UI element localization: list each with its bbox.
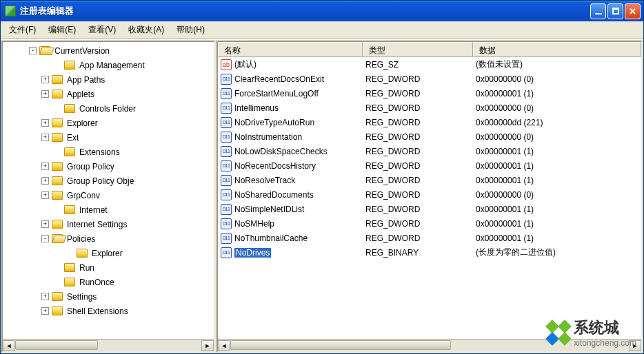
value-data: 0x00000001 (1): [473, 175, 641, 186]
value-type: REG_DWORD: [363, 204, 473, 215]
collapse-icon[interactable]: -: [41, 235, 49, 242]
value-row[interactable]: 011NoDriveTypeAutoRunREG_DWORD0x000000dd…: [218, 115, 641, 129]
col-header-data[interactable]: 数据: [473, 42, 641, 56]
value-row[interactable]: 011NoLowDiskSpaceChecksREG_DWORD0x000000…: [218, 144, 641, 158]
cell-name: 011Intellimenus: [218, 102, 363, 114]
value-type: REG_DWORD: [363, 218, 473, 229]
value-name: NoRecentDocsHistory: [234, 161, 316, 171]
values-hscrollbar[interactable]: ◄ ►: [218, 339, 641, 351]
folder-icon: [52, 75, 63, 84]
tree-item[interactable]: -CurrentVersion: [3, 43, 215, 58]
expand-icon[interactable]: +: [41, 220, 49, 228]
tree-item-label: Settings: [66, 291, 98, 302]
tree-hscrollbar[interactable]: ◄ ►: [3, 339, 214, 351]
menu-file[interactable]: 文件(F): [6, 23, 39, 37]
value-row[interactable]: 011ForceStartMenuLogOffREG_DWORD0x000000…: [218, 86, 641, 101]
tree-item[interactable]: Controls Folder: [3, 101, 215, 116]
value-data: 0x00000001 (1): [473, 218, 641, 229]
value-type: REG_DWORD: [363, 175, 473, 186]
tree-item[interactable]: Internet: [3, 202, 215, 217]
tree-item[interactable]: +Explorer: [3, 116, 215, 130]
value-row[interactable]: 011NoInstrumentationREG_DWORD0x00000000 …: [218, 129, 641, 144]
menu-edit[interactable]: 编辑(E): [46, 23, 79, 37]
menu-view[interactable]: 查看(V): [85, 23, 119, 37]
titlebar[interactable]: 注册表编辑器 ✕: [1, 1, 643, 21]
expand-icon[interactable]: +: [41, 134, 49, 141]
collapse-icon[interactable]: -: [29, 47, 37, 54]
tree-item-label: Internet Settings: [66, 219, 128, 230]
binary-value-icon: 011: [221, 189, 232, 200]
tree-item[interactable]: +Group Policy Obje: [3, 174, 215, 188]
minimize-icon: [595, 13, 602, 14]
tree-item-label: Applets: [66, 89, 96, 100]
value-row[interactable]: 011NoResolveTrackREG_DWORD0x00000001 (1): [218, 173, 641, 187]
cell-name: 011NoSimpleNetIDList: [218, 203, 363, 216]
values-list[interactable]: ab(默认)REG_SZ(数值未设置)011ClearRecentDocsOnE…: [218, 57, 641, 339]
tree-item-label: Shell Extensions: [66, 306, 130, 317]
value-data: 0x00000001 (1): [473, 233, 641, 244]
scroll-left-button[interactable]: ◄: [3, 340, 15, 351]
menu-favorites[interactable]: 收藏夹(A): [125, 23, 167, 37]
tree-item[interactable]: +App Paths: [3, 72, 215, 87]
value-row[interactable]: 011NoSMHelpREG_DWORD0x00000001 (1): [218, 216, 641, 231]
value-row[interactable]: 011NoSharedDocumentsREG_DWORD0x00000000 …: [218, 187, 641, 202]
tree-item[interactable]: +Applets: [3, 87, 215, 101]
tree-item[interactable]: Extensions: [3, 145, 215, 159]
value-data: 0x00000000 (0): [473, 189, 641, 200]
maximize-icon: [612, 8, 619, 14]
maximize-button[interactable]: [607, 3, 623, 19]
tree-item[interactable]: +Group Policy: [3, 159, 215, 174]
expand-icon[interactable]: +: [41, 90, 49, 98]
value-row[interactable]: 011NoSimpleNetIDListREG_DWORD0x00000001 …: [218, 202, 641, 216]
tree-item[interactable]: +Shell Extensions: [3, 304, 215, 318]
tree-item[interactable]: RunOnce: [3, 275, 215, 289]
minimize-button[interactable]: [590, 3, 606, 19]
value-row[interactable]: 011NoRecentDocsHistoryREG_DWORD0x0000000…: [218, 158, 641, 173]
scroll-right-button[interactable]: ►: [629, 340, 641, 351]
cell-name: 011NoDrives: [218, 247, 363, 259]
col-header-type[interactable]: 类型: [363, 42, 473, 56]
scroll-thumb[interactable]: [230, 340, 451, 350]
value-data: 0x00000001 (1): [473, 160, 641, 171]
value-row[interactable]: 011ClearRecentDocsOnExitREG_DWORD0x00000…: [218, 72, 641, 86]
menu-help[interactable]: 帮助(H): [174, 23, 208, 37]
scroll-thumb[interactable]: [15, 340, 98, 350]
value-row[interactable]: 011IntellimenusREG_DWORD0x00000000 (0): [218, 101, 641, 115]
tree-item[interactable]: +Settings: [3, 289, 215, 304]
tree-item[interactable]: Run: [3, 260, 215, 275]
scroll-track[interactable]: [15, 340, 201, 351]
expand-icon[interactable]: +: [41, 163, 49, 170]
expand-icon[interactable]: +: [41, 191, 49, 199]
tree-item[interactable]: Explorer: [3, 246, 215, 260]
scroll-left-button[interactable]: ◄: [218, 340, 230, 351]
app-icon: [5, 6, 16, 17]
tree-item[interactable]: +GrpConv: [3, 188, 215, 202]
expand-icon[interactable]: +: [41, 177, 49, 185]
folder-icon: [52, 234, 63, 243]
folder-icon: [64, 147, 75, 156]
binary-value-icon: 011: [221, 103, 232, 114]
expand-icon[interactable]: +: [41, 293, 49, 300]
value-row[interactable]: 011NoThumbnailCacheREG_DWORD0x00000001 (…: [218, 231, 641, 245]
binary-value-icon: 011: [221, 74, 232, 85]
value-data: 0x00000000 (0): [473, 132, 641, 143]
close-button[interactable]: ✕: [625, 3, 641, 19]
folder-icon: [52, 220, 63, 229]
value-row[interactable]: 011NoDrivesREG_BINARY(长度为零的二进位值): [218, 245, 641, 260]
scroll-right-button[interactable]: ►: [201, 340, 214, 351]
tree-item[interactable]: +Ext: [3, 130, 215, 145]
tree-item-label: RunOnce: [78, 277, 116, 288]
expand-icon[interactable]: +: [41, 119, 49, 127]
expand-icon[interactable]: +: [41, 76, 49, 83]
cell-name: 011NoResolveTrack: [218, 174, 363, 187]
scroll-track[interactable]: [230, 340, 629, 351]
value-row[interactable]: ab(默认)REG_SZ(数值未设置): [218, 57, 641, 72]
tree-pane[interactable]: -CurrentVersionApp Management+App Paths+…: [1, 41, 215, 353]
tree-item[interactable]: App Management: [3, 58, 215, 72]
cell-name: 011ClearRecentDocsOnExit: [218, 73, 363, 85]
col-header-name[interactable]: 名称: [218, 42, 363, 56]
tree-item[interactable]: -Policies: [3, 231, 215, 246]
tree-item-label: Group Policy: [66, 161, 116, 172]
expand-icon[interactable]: +: [41, 307, 49, 315]
tree-item[interactable]: +Internet Settings: [3, 217, 215, 231]
